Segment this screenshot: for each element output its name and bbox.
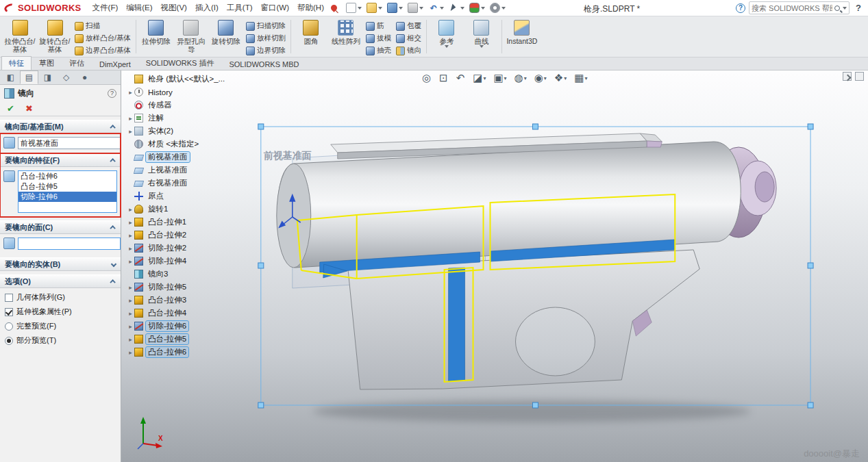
feature-tree-item[interactable]: 上视基准面 — [127, 164, 264, 177]
menu-item[interactable]: 文件(F) — [88, 1, 123, 15]
expand-arrow-icon[interactable]: ▸ — [127, 336, 134, 343]
help-icon[interactable]: ? — [108, 89, 116, 98]
manager-panel-tab[interactable]: ◨ — [38, 70, 57, 84]
expand-arrow-icon[interactable]: ▸ — [127, 258, 134, 265]
menu-item[interactable]: 窗口(W) — [256, 1, 293, 15]
commandmanager-tab[interactable]: 草图 — [32, 56, 62, 70]
full-preview-radio[interactable]: 完整预览(F) — [0, 319, 121, 333]
swept-boss-button[interactable]: 扫描 — [73, 21, 133, 31]
feature-tree-item[interactable]: ▸ 凸台-拉伸4 — [127, 307, 264, 320]
expand-arrow-icon[interactable]: ▸ — [127, 297, 134, 304]
expand-arrow-icon[interactable]: ▸ — [127, 349, 134, 356]
geometry-pattern-checkbox[interactable]: 几何体阵列(G) — [0, 290, 121, 305]
menu-item[interactable]: 视图(V) — [157, 1, 191, 15]
feature-tree-item[interactable]: 右视基准面 — [127, 177, 264, 190]
search-icon[interactable] — [834, 5, 840, 11]
commandmanager-tab[interactable]: DimXpert — [92, 58, 138, 70]
feature-tree-item[interactable]: ▸ 凸台-拉伸2 — [127, 229, 264, 242]
shell-button[interactable]: 抽壳 — [364, 45, 393, 56]
select-button[interactable] — [447, 1, 467, 14]
hole-wizard-button[interactable]: 异型孔向导 — [174, 18, 208, 55]
expand-arrow-icon[interactable]: ▸ — [127, 245, 134, 252]
menu-item[interactable]: 插入(I) — [191, 1, 223, 15]
mirror-feature-item[interactable]: 凸台-拉伸6 — [18, 171, 116, 181]
commandmanager-tab[interactable]: 评估 — [62, 56, 92, 70]
instant3d-button[interactable]: Instant3D — [505, 18, 539, 55]
partial-preview-radio[interactable]: 部分预览(T) — [0, 333, 121, 348]
expand-arrow-icon[interactable]: ▸ — [127, 323, 134, 330]
mirror-feature-item[interactable]: 切除-拉伸6 — [18, 192, 116, 202]
extruded-boss-button[interactable]: 拉伸凸台/基体 — [3, 18, 37, 55]
draft-button[interactable]: 拔模 — [364, 33, 393, 44]
menu-item[interactable]: 帮助(H) — [293, 1, 328, 15]
view-tool-button[interactable]: ↶ — [455, 71, 467, 85]
commandmanager-tab[interactable]: 特征 — [1, 56, 32, 70]
feature-tree-item[interactable]: ▸ 切除-拉伸4 — [127, 255, 264, 268]
commandmanager-tab[interactable]: SOLIDWORKS MBD — [221, 58, 306, 70]
expand-panel-icon[interactable] — [843, 72, 852, 81]
menu-item[interactable]: 编辑(E) — [122, 1, 156, 15]
feature-tree-item[interactable]: ▸ 注解 — [127, 112, 264, 125]
boundary-cut-button[interactable]: 边界切除 — [244, 45, 288, 56]
expand-arrow-icon[interactable]: ▸ — [127, 206, 134, 213]
graphics-viewport[interactable]: 前视基准面 ◎ ⊡ ↶ — [121, 70, 868, 462]
feature-tree-item[interactable]: 原点 — [127, 190, 264, 203]
feature-tree-item[interactable]: 前视基准面 — [127, 151, 264, 164]
feature-tree-item[interactable]: ▸ History — [127, 86, 264, 99]
options-button[interactable] — [488, 1, 508, 14]
mirror-button[interactable]: 镜向 — [394, 45, 423, 56]
expand-arrow-icon[interactable]: ▸ — [127, 310, 134, 317]
open-button[interactable] — [364, 1, 384, 14]
expand-arrow-icon[interactable]: ▸ — [127, 89, 134, 96]
feature-tree-item[interactable]: ▸ 实体(2) — [127, 125, 264, 138]
commandmanager-tab[interactable]: SOLIDWORKS 插件 — [138, 56, 222, 70]
feature-tree-item[interactable]: ▸ 切除-拉伸6 — [127, 320, 264, 333]
view-tool-button[interactable]: ▦ ▾ — [573, 71, 588, 85]
feature-tree-item[interactable]: 传感器 — [127, 99, 264, 112]
propagate-visual-checkbox[interactable]: 延伸视象属性(P) — [0, 305, 121, 319]
search-input[interactable] — [752, 4, 832, 12]
view-tool-button[interactable]: ❖ ▾ — [553, 71, 568, 85]
feature-tree-item[interactable]: ▸ 凸台-拉伸5 — [127, 333, 264, 346]
rib-button[interactable]: 筋 — [364, 21, 393, 31]
help-button[interactable]: ? — [853, 3, 864, 13]
revolved-cut-button[interactable]: 旋转切除 — [209, 18, 243, 55]
ok-button[interactable]: ✔ — [7, 103, 14, 114]
swept-cut-button[interactable]: 扫描切除 — [244, 21, 288, 31]
intersect-button[interactable]: 相交 — [394, 33, 423, 44]
manager-panel-tab[interactable]: ● — [75, 70, 94, 84]
feature-tree-root[interactable]: 枪身 (默认<<默认>_... — [127, 73, 264, 86]
view-tool-button[interactable]: ⊡ — [438, 71, 450, 85]
feature-tree-item[interactable]: ▸ 凸台-拉伸6 — [127, 346, 264, 359]
feature-tree-item[interactable]: ▸ 凸台-拉伸1 — [127, 216, 264, 229]
cancel-button[interactable]: ✖ — [25, 103, 33, 114]
linear-pattern-button[interactable]: 线性阵列 — [329, 18, 363, 55]
boundary-boss-button[interactable]: 边界凸台/基体 — [73, 45, 133, 56]
manager-panel-tab[interactable]: ▤ — [20, 70, 38, 84]
faces-section-header[interactable]: 要镜向的面(C) — [0, 220, 121, 234]
feature-tree-item[interactable]: ▸ 切除-拉伸2 — [127, 242, 264, 255]
mirror-face-input[interactable] — [18, 137, 121, 149]
search-caret-icon[interactable] — [843, 7, 847, 10]
feature-tree-item[interactable]: ▸ 切除-拉伸5 — [127, 281, 264, 294]
rebuild-button[interactable] — [467, 1, 487, 14]
bodies-section-header[interactable]: 要镜向的实体(B) — [0, 257, 121, 271]
manager-panel-tab[interactable]: ◇ — [57, 70, 75, 84]
save-button[interactable] — [385, 1, 405, 14]
menu-item[interactable]: 工具(T) — [223, 1, 257, 15]
view-tool-button[interactable]: ▣ ▾ — [492, 71, 508, 85]
expand-arrow-icon[interactable]: ▸ — [127, 284, 134, 291]
pin-menu-icon[interactable] — [330, 3, 338, 12]
expand-arrow-icon[interactable]: ▸ — [127, 232, 134, 239]
view-tool-button[interactable]: ◎ — [421, 71, 433, 85]
undo-button[interactable]: ↶ — [426, 1, 446, 14]
lofted-cut-button[interactable]: 放样切割 — [244, 33, 288, 44]
fillet-button[interactable]: 圆角 — [294, 18, 328, 55]
view-tool-button[interactable]: ◍ ▾ — [513, 71, 528, 85]
expand-arrow-icon[interactable]: ▸ — [127, 115, 134, 122]
options-section-header[interactable]: 选项(O) — [0, 274, 121, 288]
curves-button[interactable]: 曲线 — [464, 18, 499, 55]
lofted-boss-button[interactable]: 放样凸台/基体 — [73, 33, 133, 44]
new-document-button[interactable] — [344, 1, 364, 14]
features-section-header[interactable]: 要镜向的特征(F) — [0, 153, 121, 167]
